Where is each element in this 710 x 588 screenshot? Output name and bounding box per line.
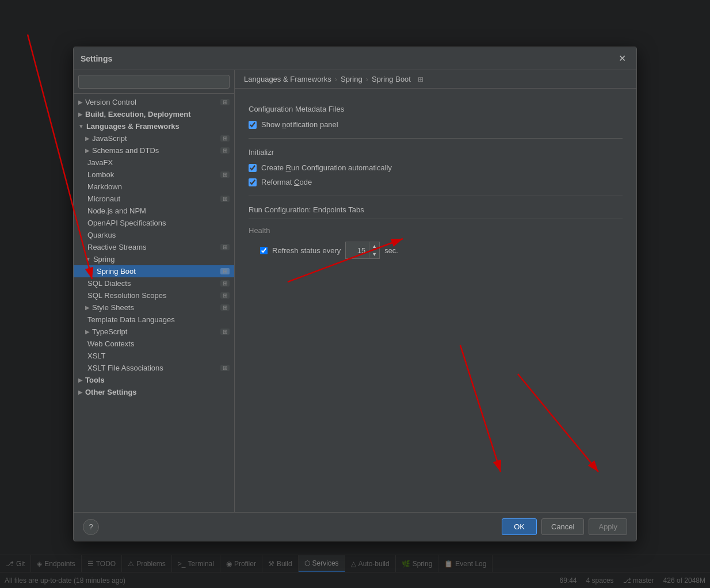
run-config-header: Run Configuration: Endpoints Tabs (249, 205, 623, 219)
tree-label-openapi: OpenAPI Specifications (87, 219, 230, 227)
tree-item-languages-frameworks[interactable]: ▼Languages & Frameworks (74, 120, 234, 132)
tree-label-xslt-file: XSLT File Associations (87, 364, 218, 372)
tree-item-lombok[interactable]: Lombok⊞ (74, 169, 234, 181)
tree-arrow-style-sheets: ▶ (85, 304, 90, 311)
tree-item-micronaut[interactable]: Micronaut⊞ (74, 193, 234, 205)
tree-item-nodejs-npm[interactable]: Node.js and NPM (74, 205, 234, 217)
ok-button[interactable]: OK (502, 518, 537, 535)
tree-item-quarkus[interactable]: Quarkus (74, 229, 234, 241)
close-icon[interactable]: ✕ (615, 52, 629, 65)
health-title: Health (249, 226, 623, 235)
tree-item-markdown[interactable]: Markdown (74, 181, 234, 193)
tree-item-style-sheets[interactable]: ▶Style Sheets⊞ (74, 301, 234, 314)
tree-label-quarkus: Quarkus (87, 231, 230, 239)
apply-button[interactable]: Apply (589, 518, 627, 535)
tree-arrow-languages-frameworks: ▼ (78, 123, 84, 129)
settings-content: Configuration Metadata Files Show notifi… (235, 89, 636, 512)
tree-badge-javascript: ⊞ (220, 135, 230, 142)
health-section: Health Refresh status every ▲ ▼ (249, 226, 623, 259)
refresh-checkbox[interactable] (260, 247, 268, 254)
dialog-title: Settings (81, 54, 615, 63)
tree-item-schemas-dtds[interactable]: ▶Schemas and DTDs⊞ (74, 144, 234, 156)
tree-label-nodejs-npm: Node.js and NPM (87, 207, 230, 215)
tree-label-template-data: Template Data Languages (87, 315, 230, 324)
breadcrumb: Languages & Frameworks › Spring › Spring… (235, 70, 636, 89)
tree-badge-schemas-dtds: ⊞ (220, 147, 230, 154)
tree-arrow-spring: ▼ (85, 256, 91, 262)
refresh-value-input[interactable] (346, 245, 369, 257)
show-notification-row: Show notification panel (249, 120, 623, 129)
reformat-label[interactable]: Reformat Code (261, 178, 312, 186)
divider2 (249, 196, 623, 196)
breadcrumb-sep2: › (366, 75, 368, 83)
tree-label-schemas-dtds: Schemas and DTDs (92, 146, 218, 155)
tree-item-spring[interactable]: ▼Spring (74, 253, 234, 265)
tree-item-xslt[interactable]: XSLT (74, 350, 234, 362)
settings-dialog: Settings ✕ ▶Version Control⊞▶Build, Exec… (73, 47, 637, 541)
tree-item-xslt-file[interactable]: XSLT File Associations⊞ (74, 362, 234, 374)
settings-tree: ▶Version Control⊞▶Build, Execution, Depl… (74, 94, 234, 512)
tree-label-spring: Spring (93, 255, 230, 264)
show-notification-label[interactable]: Show notification panel (261, 120, 338, 129)
reformat-checkbox[interactable] (249, 178, 257, 186)
tree-arrow-tools: ▶ (78, 377, 83, 383)
tree-item-build-execution[interactable]: ▶Build, Execution, Deployment (74, 108, 234, 120)
refresh-label[interactable]: Refresh status every (272, 246, 341, 255)
dialog-body: ▶Version Control⊞▶Build, Execution, Depl… (74, 70, 636, 512)
tree-item-tools[interactable]: ▶Tools (74, 374, 234, 386)
spin-down-button[interactable]: ▼ (369, 250, 379, 258)
sec-label: sec. (384, 246, 398, 255)
tree-item-typescript[interactable]: ▶TypeScript⊞ (74, 326, 234, 338)
tree-item-javafx[interactable]: JavaFX (74, 156, 234, 169)
tree-badge-spring-boot: ⊞ (220, 268, 230, 274)
left-panel: ▶Version Control⊞▶Build, Execution, Depl… (74, 70, 235, 512)
tree-label-typescript: TypeScript (92, 327, 218, 336)
tree-label-sql-resolution: SQL Resolution Scopes (87, 291, 218, 300)
tree-badge-typescript: ⊞ (220, 329, 230, 335)
tree-arrow-javascript: ▶ (85, 135, 90, 142)
tree-arrow-version-control: ▶ (78, 99, 83, 105)
tree-item-template-data[interactable]: Template Data Languages (74, 314, 234, 326)
cancel-button[interactable]: Cancel (541, 518, 584, 535)
modal-overlay: Settings ✕ ▶Version Control⊞▶Build, Exec… (0, 0, 710, 588)
tree-badge-sql-resolution: ⊞ (220, 292, 230, 299)
spin-up-button[interactable]: ▲ (369, 242, 379, 250)
help-button[interactable]: ? (83, 519, 99, 535)
tree-label-spring-boot: Spring Boot (97, 267, 218, 276)
spin-buttons: ▲ ▼ (369, 242, 379, 258)
tree-label-lombok: Lombok (87, 170, 218, 179)
tree-item-web-contexts[interactable]: Web Contexts (74, 338, 234, 350)
tree-label-markdown: Markdown (87, 182, 230, 191)
tree-arrow-build-execution: ▶ (78, 111, 83, 117)
tree-item-version-control[interactable]: ▶Version Control⊞ (74, 96, 234, 108)
search-input[interactable] (78, 75, 230, 89)
create-run-label[interactable]: Create Run Configuration automatically (261, 163, 392, 172)
tree-badge-reactive-streams: ⊞ (220, 244, 230, 250)
tree-label-micronaut: Micronaut (87, 194, 218, 203)
breadcrumb-part3: Spring Boot (372, 75, 411, 83)
show-notification-checkbox[interactable] (249, 121, 257, 129)
tree-item-openapi[interactable]: OpenAPI Specifications (74, 217, 234, 229)
create-run-checkbox[interactable] (249, 164, 257, 172)
tree-label-other-settings: Other Settings (85, 388, 230, 396)
tree-label-javafx: JavaFX (87, 158, 230, 167)
refresh-row: Refresh status every ▲ ▼ sec. (260, 242, 623, 259)
tree-item-sql-resolution[interactable]: SQL Resolution Scopes⊞ (74, 289, 234, 301)
tree-label-sql-dialects: SQL Dialects (87, 279, 218, 288)
tree-item-other-settings[interactable]: ▶Other Settings (74, 386, 234, 398)
reformat-row: Reformat Code (249, 178, 623, 186)
tree-arrow-schemas-dtds: ▶ (85, 147, 90, 154)
dialog-footer: ? OK Cancel Apply (74, 512, 636, 541)
tree-label-xslt: XSLT (87, 352, 230, 360)
create-run-row: Create Run Configuration automatically (249, 163, 623, 172)
tree-item-reactive-streams[interactable]: Reactive Streams⊞ (74, 241, 234, 253)
config-metadata-header: Configuration Metadata Files (249, 105, 623, 113)
tree-badge-xslt-file: ⊞ (220, 365, 230, 371)
tree-item-sql-dialects[interactable]: SQL Dialects⊞ (74, 277, 234, 289)
tree-arrow-other-settings: ▶ (78, 389, 83, 395)
tree-label-languages-frameworks: Languages & Frameworks (86, 122, 230, 131)
tree-item-javascript[interactable]: ▶JavaScript⊞ (74, 132, 234, 144)
tree-item-spring-boot[interactable]: Spring Boot⊞ (74, 265, 234, 277)
tree-badge-sql-dialects: ⊞ (220, 280, 230, 287)
breadcrumb-settings-icon[interactable]: ⊞ (418, 75, 423, 83)
